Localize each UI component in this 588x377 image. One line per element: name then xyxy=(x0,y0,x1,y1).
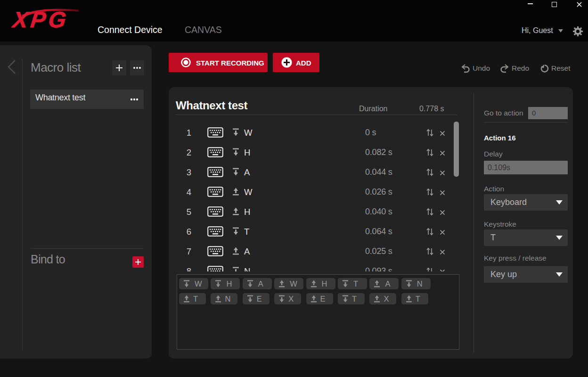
svg-text:XPG: XPG xyxy=(11,7,70,32)
